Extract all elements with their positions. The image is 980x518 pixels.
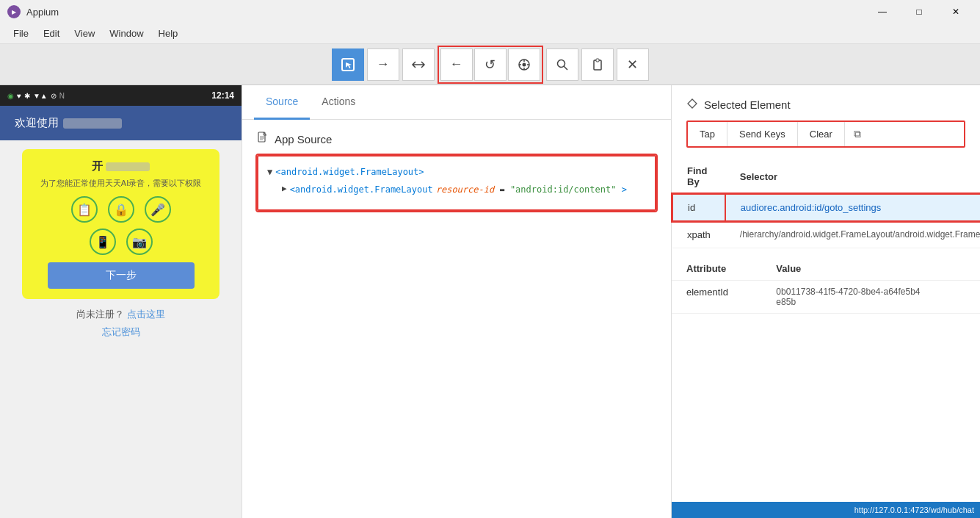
card-description: 为了您能正常使用天天AI录音，需要以下权限 [40,178,201,189]
tree-child-arrow[interactable]: ▶ [282,183,287,195]
phone-welcome-text: 欢迎使用 [15,116,59,130]
selected-element-title: Selected Element [704,98,791,111]
find-by-id-selector: audiorec.android:id/goto_settings [725,194,980,221]
inspect-button[interactable] [508,48,540,81]
app-icon [7,5,21,18]
tree-child-tag-close: > [622,184,627,195]
diamond-icon [686,98,698,112]
attr-elementid-value: 0b011738-41f5-4720-8be4-a64fe5b4e85b [761,281,980,314]
attr-row-elementid: elementId 0b011738-41f5-4720-8be4-a64fe5… [672,281,980,314]
menu-window[interactable]: Window [102,25,150,42]
find-by-xpath-selector: /hierarchy/android.widget.FrameLayout/an… [725,221,980,248]
app-title: Appium [26,7,59,18]
card-title: 开 [92,159,103,173]
find-by-row-xpath[interactable]: xpath /hierarchy/android.widget.FrameLay… [672,221,980,248]
tab-source[interactable]: Source [254,85,310,120]
select-tool-button[interactable] [332,48,364,81]
tree-child-tag-open: <android.widget.FrameLayout [290,183,433,196]
selector-header: Selector [725,159,980,194]
find-by-xpath-label: xpath [672,221,725,248]
menu-view[interactable]: View [67,25,102,42]
tab-actions[interactable]: Actions [310,85,367,120]
right-panel: Selected Element Tap Send Keys Clear ⧉ F… [672,85,980,518]
refresh-button[interactable]: ↺ [474,48,507,81]
phone-panel: ◉ ♥ ✱ ▼▲ ⊘ N 12:14 欢迎使用 开 为了您能正常使用天天AI录音… [0,85,242,518]
attributes-table: Attribute Value elementId 0b011738-41f5-… [672,257,980,314]
forward-button[interactable]: → [367,48,399,81]
phone-statusbar: ◉ ♥ ✱ ▼▲ ⊘ N 12:14 [0,85,242,106]
forgot-password[interactable]: 忘记密码 [0,325,242,339]
statusbar-time: 12:14 [211,90,234,101]
tab-bar: Source Actions [242,85,671,120]
tree-attr-eq: = [499,184,504,195]
phone-icons-row2: 📱 📷 [90,229,153,255]
next-step-button[interactable]: 下一步 [48,262,195,289]
status-url: http://127.0.0.1:4723/wd/hub/chat [854,506,974,514]
svg-line-8 [564,66,567,70]
statusbar-icon-location: ♥ [17,92,21,100]
minimize-button[interactable]: — [865,0,899,24]
middle-panel: Source Actions App Source ▼ <android.wid… [242,85,672,518]
register-text: 尚未注册？ [76,309,124,320]
tree-root-tag[interactable]: <android.widget.FrameLayout> [275,165,424,179]
icon-camera: 📷 [126,229,153,255]
toolbar: → ← ↺ ✕ [0,44,980,85]
search-button[interactable] [546,48,578,81]
document-icon [257,132,269,146]
find-by-row-id[interactable]: id audiorec.android:id/goto_settings [672,194,980,221]
app-source-header: App Source [242,120,671,155]
icon-mic: 🎤 [145,196,171,223]
tree-collapse-arrow[interactable]: ▼ [267,165,272,179]
titlebar: Appium — □ ✕ [0,0,980,24]
phone-header: 欢迎使用 [0,106,242,140]
register-area: 尚未注册？ 点击这里 [0,308,242,321]
highlighted-toolbar-group: ← ↺ [438,46,543,84]
icon-phone: 📱 [90,229,116,255]
maximize-button[interactable]: □ [902,0,936,24]
element-actions: Tap Send Keys Clear ⧉ [686,120,965,148]
window-controls: — □ ✕ [865,0,973,24]
menubar: File Edit View Window Help [0,24,980,44]
clear-button[interactable]: Clear [798,122,845,146]
statusbar-left-icons: ◉ ♥ ✱ ▼▲ ⊘ N [7,92,65,100]
statusbar-icon-wifi: ▼▲ [33,92,48,100]
close-button[interactable]: ✕ [939,0,973,24]
phone-header-blur [63,118,122,129]
register-link[interactable]: 点击这里 [127,309,165,320]
main-content: ◉ ♥ ✱ ▼▲ ⊘ N 12:14 欢迎使用 开 为了您能正常使用天天AI录音… [0,85,980,518]
svg-rect-10 [596,59,599,62]
tree-attr-resource-id: resource-id [436,184,494,195]
swipe-button[interactable] [402,48,435,81]
find-by-table: Find By Selector id audiorec.android:id/… [672,159,980,248]
menu-edit[interactable]: Edit [36,25,67,42]
icon-lock: 🔒 [108,196,134,223]
clipboard-button[interactable] [581,48,614,81]
attr-header: Attribute [672,257,761,281]
tree-child-attrs: resource-id = "android:id/content" > [436,183,627,196]
icon-clipboard: 📋 [71,196,98,223]
statusbar-icon-n: N [59,92,65,100]
menu-file[interactable]: File [6,25,36,42]
card-title-blur [106,162,150,171]
tree-attr-val: "android:id/content" [510,184,617,195]
find-by-id-label: id [672,194,725,221]
bottom-statusbar: http://127.0.0.1:4723/wd/hub/chat [672,502,980,518]
statusbar-icon-circle: ◉ [7,92,14,100]
back-button[interactable]: ← [440,48,473,81]
svg-point-2 [522,62,526,66]
menu-help[interactable]: Help [151,25,186,42]
tree-child-line[interactable]: ▶ <android.widget.FrameLayout resource-i… [282,183,646,196]
phone-card: 开 为了您能正常使用天天AI录音，需要以下权限 📋 🔒 🎤 📱 📷 下一步 [22,149,219,299]
tree-root-line[interactable]: ▼ <android.widget.FrameLayout> [267,165,646,179]
statusbar-icon-bt: ✱ [24,92,30,100]
attr-elementid-label: elementId [672,281,761,314]
close-session-button[interactable]: ✕ [617,48,649,81]
statusbar-icon-signal: ⊘ [51,92,57,100]
copy-button[interactable]: ⧉ [845,122,870,146]
send-keys-button[interactable]: Send Keys [727,122,798,146]
tap-button[interactable]: Tap [688,122,727,146]
phone-icons-row1: 📋 🔒 🎤 [71,196,171,223]
source-tree[interactable]: ▼ <android.widget.FrameLayout> ▶ <androi… [257,155,656,211]
find-by-header: Find By [672,159,725,194]
selected-element-header: Selected Element [672,86,980,120]
